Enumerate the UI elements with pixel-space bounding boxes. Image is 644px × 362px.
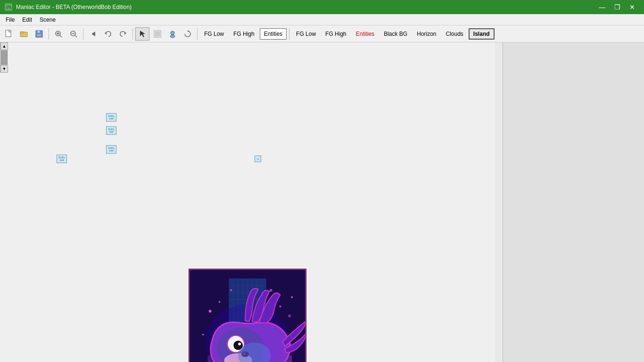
svg-point-55 xyxy=(238,343,241,346)
menu-file[interactable]: File xyxy=(2,14,18,25)
entity-e3[interactable]: Entity●●● xyxy=(106,145,116,154)
sonic-image xyxy=(189,269,306,362)
layer-clouds[interactable]: Clouds xyxy=(442,28,468,40)
separator-4 xyxy=(197,28,198,40)
redo-button[interactable] xyxy=(116,27,130,41)
svg-point-66 xyxy=(291,296,293,298)
svg-rect-18 xyxy=(155,32,160,36)
zoom-in-button[interactable] xyxy=(51,27,66,41)
svg-point-19 xyxy=(171,31,174,35)
scroll-track[interactable] xyxy=(0,50,8,65)
entity-e1[interactable]: Entity●●● xyxy=(106,113,116,122)
minimize-button[interactable]: — xyxy=(595,0,609,14)
svg-point-67 xyxy=(270,289,272,292)
close-button[interactable]: ✕ xyxy=(625,0,639,14)
back-button[interactable] xyxy=(86,27,100,41)
menu-edit[interactable]: Edit xyxy=(18,14,36,25)
menu-bar: File Edit Scene xyxy=(0,14,644,25)
scroll-thumb[interactable] xyxy=(1,50,8,65)
separator-3 xyxy=(132,28,133,40)
draw-tool[interactable] xyxy=(150,27,165,41)
layer-fg-low-right[interactable]: FG Low xyxy=(292,28,320,40)
menu-scene[interactable]: Scene xyxy=(36,14,59,25)
layer-fg-high-right[interactable]: FG High xyxy=(321,28,351,40)
scroll-up-button[interactable]: ▲ xyxy=(0,42,8,50)
layer-fg-high-left[interactable]: FG High xyxy=(229,28,259,40)
svg-marker-16 xyxy=(140,31,145,37)
layer-entities-right[interactable]: Entities xyxy=(352,28,379,40)
vertical-scrollbar[interactable]: ▲ ▼ xyxy=(0,42,8,73)
maximize-button[interactable]: ❐ xyxy=(610,0,624,14)
svg-line-11 xyxy=(75,35,77,37)
svg-marker-13 xyxy=(91,32,95,36)
entity-tool[interactable] xyxy=(165,27,180,41)
separator-1 xyxy=(49,28,49,40)
save-button[interactable] xyxy=(32,27,46,41)
entity-e2[interactable]: Entity●●● xyxy=(106,126,116,135)
svg-point-64 xyxy=(288,314,291,317)
svg-point-65 xyxy=(202,334,204,336)
app-icon: 🎮 xyxy=(5,3,12,11)
main-area: Entity●●● Entity●●● Entity●●● Entity●●● … xyxy=(0,42,644,362)
svg-point-62 xyxy=(219,301,221,303)
canvas-content: Entity●●● Entity●●● Entity●●● Entity●●● … xyxy=(0,42,495,362)
separator-2 xyxy=(83,28,83,40)
layer-fg-low-left[interactable]: FG Low xyxy=(200,28,228,40)
svg-line-7 xyxy=(60,35,62,37)
svg-point-61 xyxy=(209,310,212,313)
scroll-down-button[interactable]: ▼ xyxy=(0,65,8,73)
select-tool[interactable] xyxy=(135,27,149,41)
separator-5 xyxy=(289,28,289,40)
sonic-artwork xyxy=(189,269,306,362)
svg-point-20 xyxy=(170,35,175,38)
layer-horizon[interactable]: Horizon xyxy=(413,28,440,40)
reset-button[interactable] xyxy=(181,27,195,41)
layer-island[interactable]: Island xyxy=(469,28,495,40)
entity-e5[interactable]: ● xyxy=(255,156,261,162)
svg-rect-4 xyxy=(37,31,40,33)
window-controls[interactable]: — ❐ ✕ xyxy=(595,0,639,14)
open-button[interactable] xyxy=(17,27,31,41)
layer-entities-left[interactable]: Entities xyxy=(260,28,287,40)
title-bar-left: 🎮 Maniac Editor - BETA (OtherworldBob Ed… xyxy=(5,3,132,11)
undo-button[interactable] xyxy=(101,27,115,41)
right-panel xyxy=(503,42,644,362)
svg-marker-21 xyxy=(188,30,189,32)
window-title: Maniac Editor - BETA (OtherworldBob Edit… xyxy=(16,4,132,10)
canvas-area[interactable]: Entity●●● Entity●●● Entity●●● Entity●●● … xyxy=(0,42,503,362)
entity-e4[interactable]: Entity●●● xyxy=(57,155,67,163)
zoom-out-button[interactable] xyxy=(66,27,81,41)
svg-rect-5 xyxy=(37,34,41,37)
svg-rect-0 xyxy=(6,30,11,37)
svg-point-68 xyxy=(230,289,232,291)
title-bar: 🎮 Maniac Editor - BETA (OtherworldBob Ed… xyxy=(0,0,644,14)
layer-black-bg[interactable]: Black BG xyxy=(380,28,412,40)
svg-point-63 xyxy=(279,305,281,307)
toolbar: FG Low FG High Entities FG Low FG High E… xyxy=(0,25,644,42)
svg-rect-2 xyxy=(20,32,24,33)
new-button[interactable] xyxy=(2,27,16,41)
